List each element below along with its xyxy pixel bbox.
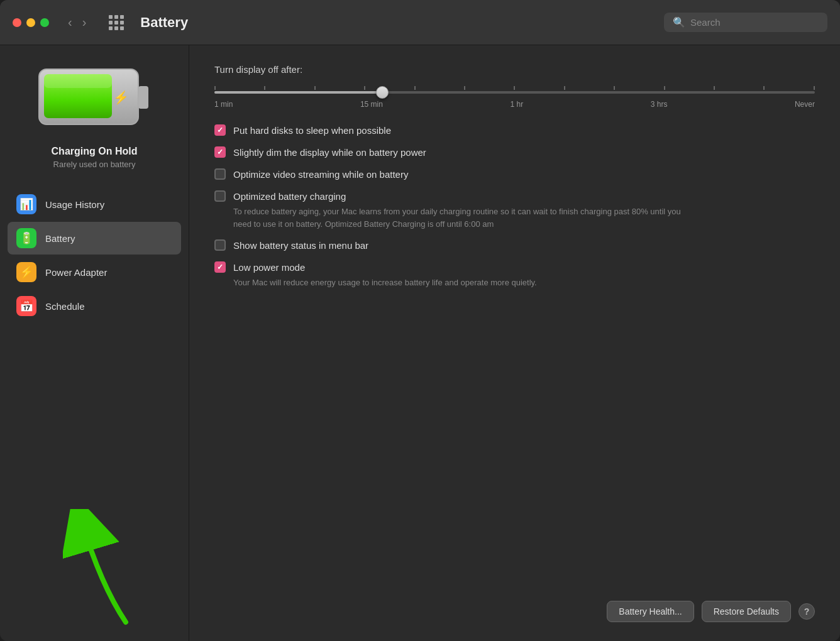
grid-dot <box>114 26 118 30</box>
checkbox-row-optimized-charging: Optimized battery charging To reduce bat… <box>214 190 815 230</box>
checkbox-row-hard-disks: ✓ Put hard disks to sleep when possible <box>214 124 815 137</box>
sidebar-item-power-adapter[interactable]: ⚡ Power Adapter <box>8 256 181 288</box>
checkmark-icon: ✓ <box>217 148 223 156</box>
checkmark-icon: ✓ <box>217 263 223 271</box>
main-content: ⚡ Charging On Hold Rarely used on batter… <box>0 45 840 641</box>
grid-dot <box>109 21 113 25</box>
usage-history-icon: 📊 <box>16 194 36 214</box>
checkbox-row-low-power: ✓ Low power mode Your Mac will reduce en… <box>214 261 815 289</box>
traffic-lights <box>13 18 49 27</box>
minimize-button[interactable] <box>26 18 35 27</box>
titlebar: ‹ › Battery 🔍 <box>0 0 840 45</box>
search-input[interactable] <box>690 17 819 28</box>
hard-disks-label: Put hard disks to sleep when possible <box>233 124 391 137</box>
settings-panel: Turn display off after: <box>189 45 840 641</box>
dim-display-checkbox[interactable]: ✓ <box>214 146 226 158</box>
nav-arrows: ‹ › <box>64 13 90 32</box>
sidebar-nav: 📊 Usage History 🔋 Battery ⚡ Power Adapte… <box>0 188 189 324</box>
optimized-charging-label: Optimized battery charging <box>233 190 686 203</box>
grid-dot <box>120 15 124 19</box>
maximize-button[interactable] <box>40 18 49 27</box>
slider-label: Turn display off after: <box>214 64 815 75</box>
battery-illustration: ⚡ <box>38 64 151 133</box>
grid-dot <box>109 15 113 19</box>
checkboxes-section: ✓ Put hard disks to sleep when possible … <box>214 124 815 289</box>
close-button[interactable] <box>13 18 21 27</box>
grid-dot <box>114 21 118 25</box>
forward-button[interactable]: › <box>79 13 91 32</box>
grid-dot <box>120 21 124 25</box>
video-streaming-label-group: Optimize video streaming while on batter… <box>233 168 408 181</box>
low-power-description: Your Mac will reduce energy usage to inc… <box>233 277 537 289</box>
battery-status-checkbox[interactable] <box>214 239 226 251</box>
sidebar-item-label: Usage History <box>45 199 104 210</box>
battery-status-label: Show battery status in menu bar <box>233 239 368 252</box>
low-power-checkbox[interactable]: ✓ <box>214 261 226 273</box>
grid-dot <box>109 26 113 30</box>
slider-label-3hrs: 3 hrs <box>651 100 668 109</box>
grid-icon[interactable] <box>105 11 128 34</box>
grid-dot <box>114 15 118 19</box>
slider-fill <box>214 91 382 94</box>
low-power-label: Low power mode <box>233 261 537 274</box>
back-button[interactable]: ‹ <box>64 13 76 32</box>
dim-display-label-group: Slightly dim the display while on batter… <box>233 146 426 159</box>
optimized-charging-description: To reduce battery aging, your Mac learns… <box>233 205 686 230</box>
help-button[interactable]: ? <box>799 603 815 620</box>
svg-rect-1 <box>138 86 148 109</box>
page-title: Battery <box>140 14 188 31</box>
hard-disks-label-group: Put hard disks to sleep when possible <box>233 124 391 137</box>
hard-disks-checkbox[interactable]: ✓ <box>214 124 226 136</box>
sidebar-item-label: Schedule <box>45 301 85 312</box>
sidebar: ⚡ Charging On Hold Rarely used on batter… <box>0 45 189 641</box>
battery-health-button[interactable]: Battery Health... <box>607 601 694 622</box>
video-streaming-label: Optimize video streaming while on batter… <box>233 168 408 181</box>
svg-rect-3 <box>44 74 112 88</box>
grid-dot <box>120 26 124 30</box>
sidebar-item-usage-history[interactable]: 📊 Usage History <box>8 188 181 221</box>
checkbox-row-dim-display: ✓ Slightly dim the display while on batt… <box>214 146 815 159</box>
schedule-icon: 📅 <box>16 296 36 316</box>
window: ‹ › Battery 🔍 <box>0 0 840 641</box>
slider-labels: 1 min 15 min 1 hr 3 hrs Never <box>214 100 815 109</box>
checkbox-row-video-streaming: Optimize video streaming while on batter… <box>214 168 815 181</box>
slider-track <box>214 91 815 94</box>
search-icon: 🔍 <box>673 16 685 28</box>
optimized-charging-label-group: Optimized battery charging To reduce bat… <box>233 190 686 230</box>
sidebar-item-schedule[interactable]: 📅 Schedule <box>8 290 181 322</box>
slider-label-1hr: 1 hr <box>510 100 523 109</box>
bottom-buttons: Battery Health... Restore Defaults ? <box>607 601 815 622</box>
battery-status-label-group: Show battery status in menu bar <box>233 239 368 252</box>
checkbox-row-battery-status: Show battery status in menu bar <box>214 239 815 252</box>
slider-thumb[interactable] <box>376 86 389 99</box>
video-streaming-checkbox[interactable] <box>214 168 226 180</box>
svg-text:⚡: ⚡ <box>113 90 129 105</box>
optimized-charging-checkbox[interactable] <box>214 190 226 202</box>
slider-label-1min: 1 min <box>214 100 233 109</box>
dim-display-label: Slightly dim the display while on batter… <box>233 146 426 159</box>
battery-icon: 🔋 <box>16 228 36 248</box>
slider-label-15min: 15 min <box>360 100 383 109</box>
checkmark-icon: ✓ <box>217 126 223 134</box>
app-grid-dots <box>109 15 124 30</box>
slider-label-never: Never <box>795 100 815 109</box>
battery-status-title: Charging On Hold <box>52 146 138 157</box>
sidebar-item-label: Battery <box>45 233 75 244</box>
low-power-label-group: Low power mode Your Mac will reduce ener… <box>233 261 537 289</box>
battery-status-subtitle: Rarely used on battery <box>53 160 136 169</box>
restore-defaults-button[interactable]: Restore Defaults <box>702 601 791 622</box>
sidebar-item-battery[interactable]: 🔋 Battery <box>8 222 181 255</box>
power-adapter-icon: ⚡ <box>16 262 36 282</box>
green-arrow-annotation <box>63 509 151 628</box>
display-off-slider-section: Turn display off after: <box>214 64 815 109</box>
sidebar-item-label: Power Adapter <box>45 267 107 278</box>
search-bar: 🔍 <box>664 13 827 32</box>
